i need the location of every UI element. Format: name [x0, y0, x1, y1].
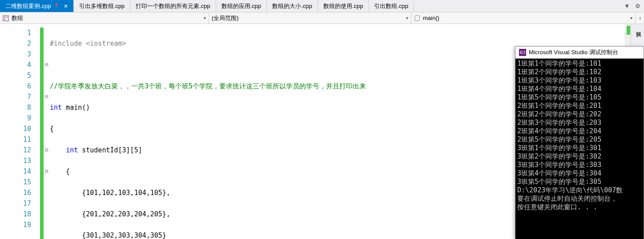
- fold-toggle: ⊟: [44, 145, 50, 155]
- scope-label: main(): [423, 15, 439, 21]
- gear-icon[interactable]: ⚙: [633, 2, 642, 10]
- tab-5[interactable]: 数组的使用.cpp: [318, 0, 369, 12]
- console-output[interactable]: 1班第1个同学的学号是:101 1班第2个同学的学号是:102 1班第3个同学的…: [515, 59, 644, 239]
- tab-2[interactable]: 打印一个数组的所有元素.cpp: [130, 0, 216, 12]
- split-button[interactable]: ⫞: [636, 12, 644, 24]
- minimap-change-mark: [627, 26, 630, 35]
- scope-selector-1[interactable]: 数组 ▾: [0, 12, 209, 24]
- tab-label: 引出多维数组.cpp: [79, 2, 125, 10]
- pin-icon[interactable]: 📍: [54, 4, 59, 8]
- line-numbers: 123 456 789 101112 131415 161718 19: [0, 24, 40, 239]
- chevron-down-icon: ▾: [406, 16, 408, 20]
- vs-icon: C:\: [519, 49, 526, 56]
- tab-label: 数组的使用.cpp: [323, 2, 363, 10]
- tabs-controls: ▼ ⚙: [622, 0, 644, 12]
- fold-toggle: ⊟: [44, 60, 50, 70]
- navigation-bar: 数组 ▾ (全局范围) ▾ main() ▾ ⫞: [0, 12, 644, 24]
- tab-4[interactable]: 数组的大小.cpp: [267, 0, 318, 12]
- dropdown-icon[interactable]: ▼: [622, 2, 632, 10]
- chevron-down-icon: ▾: [630, 16, 632, 20]
- scope-selector-2[interactable]: (全局范围) ▾: [209, 12, 411, 24]
- project-icon: [3, 15, 9, 21]
- tab-active[interactable]: 二维数组案例.cpp 📍 ✕: [0, 0, 74, 12]
- tab-label: 数组的应用.cpp: [221, 2, 262, 10]
- change-indicator: [40, 28, 44, 239]
- tab-label: 打印一个数组的所有元素.cpp: [136, 2, 210, 10]
- scope-selector-3[interactable]: main() ▾: [411, 12, 636, 24]
- fold-toggle: ⊟: [44, 92, 50, 102]
- tab-label: 数组的大小.cpp: [272, 2, 312, 10]
- debug-console-window[interactable]: C:\ Microsoft Visual Studio 调试控制台 1班第1个同…: [515, 46, 644, 239]
- svg-rect-1: [4, 16, 5, 18]
- scope-label: 数组: [12, 14, 23, 22]
- tab-1[interactable]: 引出多维数组.cpp: [74, 0, 131, 12]
- document-tabs: 二维数组案例.cpp 📍 ✕ 引出多维数组.cpp 打印一个数组的所有元素.cp…: [0, 0, 644, 12]
- tab-3[interactable]: 数组的应用.cpp: [216, 0, 267, 12]
- svg-rect-0: [3, 16, 8, 21]
- close-icon[interactable]: ✕: [64, 3, 68, 9]
- svg-rect-2: [6, 16, 8, 18]
- scope-label: (全局范围): [212, 14, 239, 22]
- fold-toggle: ⊟: [44, 166, 50, 177]
- tab-label: 二维数组案例.cpp: [5, 2, 51, 10]
- tab-6[interactable]: 引出数组.cpp: [369, 0, 414, 12]
- function-icon: [414, 15, 420, 21]
- fold-gutter[interactable]: ⊟ ⊟ ⊟ ⊟: [44, 24, 50, 239]
- console-titlebar[interactable]: C:\ Microsoft Visual Studio 调试控制台: [515, 47, 644, 59]
- svg-rect-3: [4, 19, 5, 20]
- chevron-down-icon: ▾: [204, 16, 206, 20]
- tab-label: 引出数组.cpp: [374, 2, 408, 10]
- split-icon: ⫞: [638, 15, 641, 21]
- console-title-text: Microsoft Visual Studio 调试控制台: [529, 48, 618, 56]
